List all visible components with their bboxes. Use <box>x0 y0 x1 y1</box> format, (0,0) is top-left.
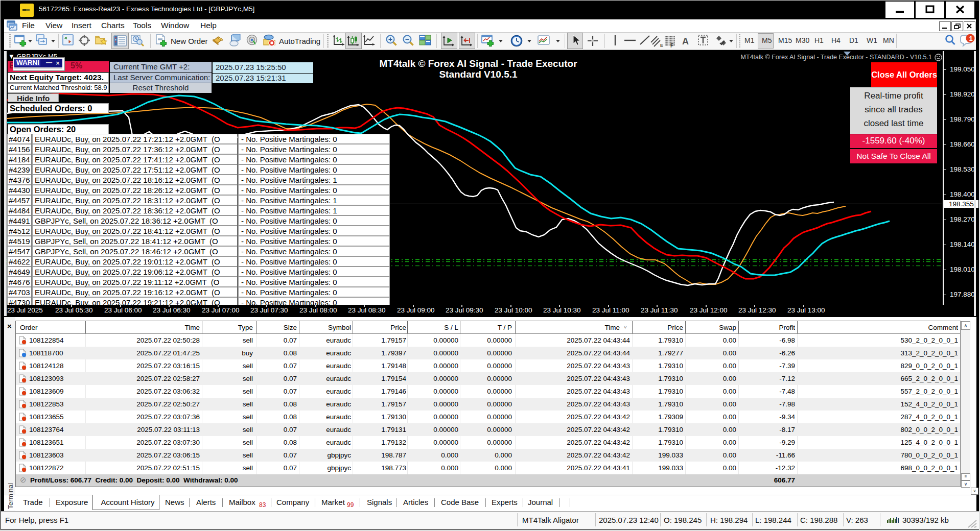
svg-text:1: 1 <box>969 35 973 42</box>
svg-text:E: E <box>660 43 663 48</box>
svg-text:F: F <box>670 43 673 49</box>
